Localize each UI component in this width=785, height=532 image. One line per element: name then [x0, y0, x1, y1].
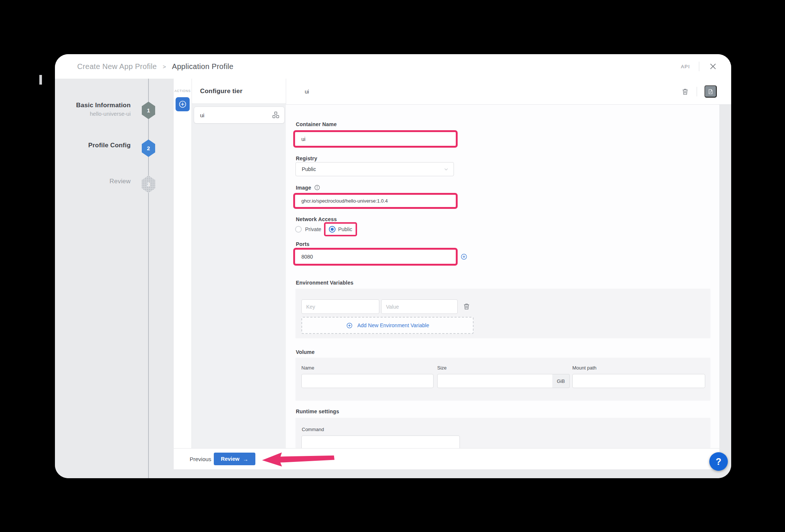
network-public-highlight: Public [324, 222, 357, 236]
trash-icon [681, 88, 689, 96]
form-header-divider [697, 87, 697, 96]
tier-name: ui [200, 112, 205, 118]
radio-selected-icon[interactable] [329, 226, 336, 233]
form-footer: Previous Review → [174, 448, 719, 469]
network-access-label: Network Access [296, 216, 337, 222]
step-label: Profile Config [55, 142, 131, 149]
step-3-hexagon[interactable]: 3 [141, 175, 156, 193]
volume-size-input[interactable] [437, 374, 553, 388]
runtime-settings-panel: Command [295, 418, 710, 448]
plus-circle-icon [178, 100, 187, 109]
question-mark-icon: ? [716, 456, 721, 467]
annotation-arrow-icon [261, 451, 336, 468]
env-key-input[interactable] [301, 299, 379, 314]
volume-mount-path-label: Mount path [572, 365, 596, 371]
step-1-hexagon[interactable]: 1 [141, 102, 156, 119]
public-label: Public [338, 226, 352, 232]
form-header-actions [681, 85, 731, 98]
step-label: Basic Information [55, 102, 131, 109]
env-value-input[interactable] [381, 299, 458, 314]
volume-name-label: Name [301, 365, 314, 371]
volume-size-unit: GiB [552, 374, 570, 388]
network-private-option[interactable]: Private [295, 226, 321, 233]
step-label: Review [55, 178, 131, 185]
header-actions: API [681, 62, 731, 71]
stepper-line [148, 79, 149, 478]
ports-label: Ports [296, 241, 310, 247]
container-name-label: Container Name [296, 121, 337, 127]
create-app-profile-modal: Create New App Profile > Application Pro… [55, 54, 731, 478]
command-input[interactable] [301, 436, 460, 448]
api-button[interactable]: API [681, 64, 690, 69]
step-sublabel: hello-universe-ui [55, 111, 131, 117]
review-button-label: Review [221, 456, 239, 462]
form-tier-title: ui [305, 88, 309, 95]
add-env-variable-label: Add New Environment Variable [357, 322, 429, 328]
close-icon[interactable] [708, 62, 718, 71]
volume-size-label: Size [437, 365, 447, 371]
actions-title: ACTIONS [174, 89, 192, 93]
registry-value: Public [302, 166, 316, 172]
volume-label: Volume [296, 349, 315, 355]
chevron-down-icon [443, 166, 449, 172]
environment-variables-panel: Add New Environment Variable [295, 289, 710, 338]
info-icon[interactable] [314, 184, 320, 191]
document-edit-icon [707, 88, 714, 95]
form-header: ui [286, 79, 731, 105]
private-label: Private [305, 226, 321, 232]
screen: { "header": { "breadcrumb_parent": "Crea… [0, 0, 785, 532]
add-port-button[interactable] [460, 253, 468, 260]
modal-header: Create New App Profile > Application Pro… [55, 54, 731, 79]
step-number: 2 [147, 145, 150, 151]
image-input[interactable] [295, 198, 456, 204]
step-profile-config[interactable]: Profile Config [55, 142, 131, 149]
previous-button[interactable]: Previous [187, 449, 213, 469]
step-number: 3 [147, 181, 150, 187]
ports-highlight [293, 248, 458, 266]
step-number: 1 [147, 107, 150, 114]
registry-select[interactable]: Public [295, 162, 454, 176]
step-review[interactable]: Review [55, 178, 131, 185]
tier-panel-header: Configure tier [192, 79, 286, 104]
editor-toggle-button[interactable] [704, 85, 717, 98]
background-artifact [39, 75, 42, 85]
step-2-hexagon[interactable]: 2 [141, 139, 156, 157]
delete-env-row-button[interactable] [462, 302, 471, 311]
actions-column: ACTIONS [174, 79, 192, 469]
form-body: Container Name Registry Public Image Ne [286, 105, 719, 448]
plus-circle-icon [460, 253, 468, 260]
help-button[interactable]: ? [709, 452, 728, 471]
image-label: Image [296, 185, 311, 191]
breadcrumb-parent[interactable]: Create New App Profile [77, 62, 157, 71]
command-label: Command [302, 427, 324, 432]
review-button[interactable]: Review → [214, 453, 255, 465]
header-divider [699, 62, 699, 71]
container-name-input[interactable] [295, 136, 456, 142]
registry-label: Registry [296, 155, 317, 161]
plus-circle-icon [346, 322, 353, 329]
modal-body: Basic Information hello-universe-ui 1 Pr… [55, 79, 731, 478]
delete-tier-button[interactable] [681, 88, 689, 96]
step-basic-information[interactable]: Basic Information hello-universe-ui [55, 102, 131, 117]
breadcrumb-separator-icon: > [163, 63, 166, 70]
runtime-settings-label: Runtime settings [296, 408, 339, 414]
ports-input[interactable] [295, 254, 456, 260]
volume-mount-path-input[interactable] [572, 374, 705, 388]
image-highlight [293, 193, 458, 209]
tier-blocks-icon [272, 111, 280, 119]
add-env-variable-button[interactable]: Add New Environment Variable [301, 317, 474, 334]
arrow-right-icon: → [243, 456, 248, 462]
container-name-highlight [293, 130, 458, 148]
tier-card-ui[interactable]: ui [194, 106, 285, 124]
add-tier-button[interactable] [176, 97, 190, 111]
radio-unselected-icon[interactable] [295, 226, 302, 233]
environment-variables-label: Environment Variables [296, 280, 353, 286]
volume-name-input[interactable] [301, 374, 434, 388]
volume-panel: Name Size GiB Mount path [295, 358, 710, 401]
tier-panel-title: Configure tier [200, 88, 242, 95]
trash-icon [462, 302, 471, 311]
breadcrumb-current: Application Profile [172, 62, 233, 71]
tier-panel: Configure tier ui [192, 79, 286, 448]
